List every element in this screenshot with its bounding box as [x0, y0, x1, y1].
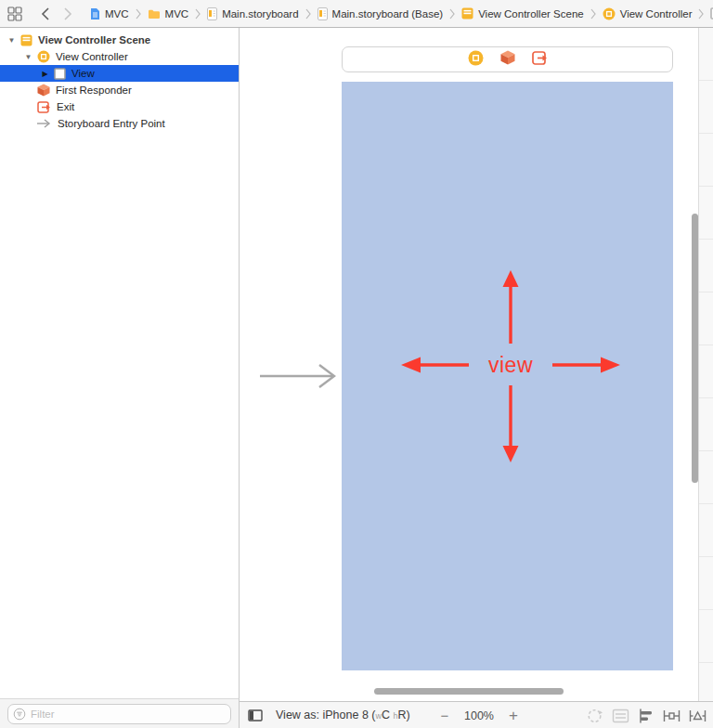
storyboard-entry-point-arrow[interactable] [258, 363, 344, 393]
breadcrumb-separator [195, 8, 201, 20]
filter-field-wrap [7, 704, 231, 724]
filter-icon [13, 708, 26, 724]
breadcrumb-label: View Controller [620, 8, 693, 20]
breadcrumb-item-view-controller[interactable]: View Controller [603, 7, 693, 20]
breadcrumb-item-storyboard-base[interactable]: Main.storyboard (Base) [318, 7, 444, 20]
disclosure-closed-icon[interactable]: ▶ [41, 70, 49, 78]
dock-first-responder-icon[interactable] [500, 50, 515, 69]
breadcrumb-separator [590, 8, 596, 20]
outline-row-view-controller-scene[interactable]: ▼ View Controller Scene [0, 32, 239, 48]
canvas-bottom-bar: View as: iPhone 8 (wC hR) − 100% + [240, 701, 713, 728]
embed-in-stack-icon[interactable] [612, 708, 629, 724]
breadcrumb-item-project[interactable]: MVC [89, 7, 129, 20]
document-outline-toggle-icon[interactable] [248, 709, 263, 722]
storyboard-canvas[interactable]: view [240, 28, 713, 701]
horizontal-scrollbar[interactable] [374, 688, 564, 695]
dock-view-controller-icon[interactable] [468, 50, 484, 70]
add-constraints-icon[interactable] [663, 708, 681, 724]
storyboard-file-icon [318, 7, 328, 20]
breadcrumb-label: MVC [165, 8, 189, 20]
align-icon[interactable] [638, 708, 655, 724]
scene-dock [342, 46, 673, 72]
outline-row-label: View Controller [56, 51, 128, 62]
canvas-right-strip [698, 28, 713, 701]
outline-filter-bar [0, 698, 240, 728]
view-controller-icon [37, 50, 50, 63]
breadcrumb-separator [698, 8, 704, 20]
zoom-level: 100% [459, 709, 499, 722]
breadcrumb-separator [305, 8, 311, 20]
first-responder-icon [37, 84, 50, 97]
view-controller-icon [603, 7, 616, 20]
scene-icon [461, 7, 473, 20]
outline-row-label: Exit [57, 101, 74, 112]
zoom-out-button[interactable]: − [431, 708, 459, 723]
vertical-scrollbar[interactable] [692, 214, 698, 483]
breadcrumb-item-scene[interactable]: View Controller Scene [461, 7, 584, 20]
back-button[interactable] [33, 7, 57, 20]
breadcrumb-label: MVC [105, 8, 129, 20]
outline-row-label: View [71, 68, 95, 79]
outline-row-exit[interactable]: Exit [0, 98, 239, 115]
outline-row-label: Storyboard Entry Point [58, 118, 165, 129]
forward-button[interactable] [57, 7, 80, 20]
outline-row-view[interactable]: ▶ View [0, 65, 239, 82]
jump-bar: MVC MVC Main.storyboard [0, 0, 713, 28]
height-class-value: R) [398, 708, 410, 722]
update-frames-icon[interactable] [586, 708, 603, 724]
width-class-value: C [382, 708, 394, 722]
outline-row-label: First Responder [56, 84, 132, 96]
zoom-controls: − 100% + [431, 702, 527, 728]
breadcrumb-item-storyboard[interactable]: Main.storyboard [207, 7, 298, 20]
scene-icon [20, 34, 32, 46]
entry-point-icon [37, 119, 52, 128]
view-label: view [488, 353, 533, 378]
xcode-interface-builder: MVC MVC Main.storyboard [0, 0, 713, 728]
outline-row-storyboard-entry-point[interactable]: Storyboard Entry Point [0, 115, 239, 132]
breadcrumb: MVC MVC Main.storyboard [89, 7, 713, 20]
dock-exit-icon[interactable] [532, 51, 548, 69]
document-outline: ▼ View Controller Scene ▼ View Controlle… [0, 28, 240, 698]
auto-layout-buttons [586, 702, 707, 728]
storyboard-file-icon [207, 7, 217, 20]
breadcrumb-label: Main.storyboard (Base) [332, 8, 444, 20]
disclosure-open-icon[interactable]: ▼ [7, 36, 16, 45]
filter-input[interactable] [7, 704, 231, 724]
breadcrumb-label: View Controller Scene [478, 8, 584, 20]
view-canvas-object[interactable]: view [342, 82, 673, 670]
folder-icon [148, 8, 161, 20]
breadcrumb-separator [136, 8, 141, 20]
resolve-layout-issues-icon[interactable] [689, 708, 707, 724]
outline-row-first-responder[interactable]: First Responder [0, 82, 239, 98]
view-as-text: View as: iPhone 8 ( [276, 708, 375, 722]
breadcrumb-item-group[interactable]: MVC [148, 8, 189, 20]
outline-row-label: View Controller Scene [38, 34, 150, 46]
zoom-in-button[interactable]: + [499, 707, 527, 725]
breadcrumb-separator [449, 8, 455, 20]
breadcrumb-label: Main.storyboard [222, 8, 298, 20]
related-items-icon[interactable] [7, 6, 22, 21]
exit-icon [37, 101, 51, 113]
project-file-icon [89, 7, 100, 20]
view-icon [54, 68, 66, 80]
disclosure-open-icon[interactable]: ▼ [24, 53, 32, 61]
view-as-device-button[interactable]: View as: iPhone 8 (wC hR) [276, 708, 410, 722]
outline-row-view-controller[interactable]: ▼ View Controller [0, 48, 239, 65]
